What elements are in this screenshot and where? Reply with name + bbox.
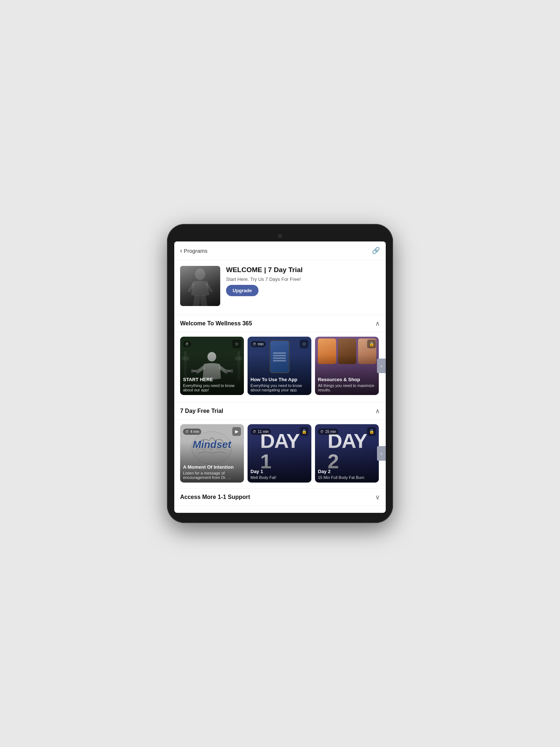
card-sublabel-resources: All things you need to maximize results. — [318, 383, 376, 392]
scroll-arrow-trial[interactable]: › — [377, 446, 386, 461]
card-top-bar-howto: ⏱ min ☆ — [250, 340, 308, 348]
card-how-to-use[interactable]: ⏱ min ☆ How To Use The App Everything yo… — [248, 337, 311, 395]
nav-bar: ‹ Programs 🔗 — [174, 241, 386, 260]
lock-icon-mindset: ▶ — [232, 427, 241, 436]
card-top-bar-start: ⏱ ☆ — [183, 340, 241, 348]
thumbnail-bg — [180, 266, 220, 306]
card-label-day2: Day 2 — [318, 469, 376, 475]
program-header: WELCOME | 7 Day Trial Start Here. Try Us… — [174, 260, 386, 312]
card-resources[interactable]: 🔒 Resources & Shop All things you need t… — [315, 337, 379, 395]
card-sublabel-start: Everything you need to know about our ap… — [183, 383, 241, 392]
chevron-icon-trial: ∧ — [375, 407, 380, 415]
screen-content: WELCOME | 7 Day Trial Start Here. Try Us… — [174, 260, 386, 513]
lock-icon-day2: 🔒 — [367, 427, 376, 436]
card-bottom-mindset: A Moment Of Intention Listen for a messa… — [180, 461, 244, 483]
clock-icon-mindset: ⏱ — [185, 430, 189, 434]
program-subtitle: Start Here. Try Us 7 Days For Free! — [226, 276, 380, 282]
section-title-trial: 7 Day Free Trial — [180, 408, 223, 414]
card-top-bar-day1: ⏱ 11 min 🔒 — [250, 427, 308, 436]
card-sublabel-howto: Everything you need to know about naviga… — [250, 383, 308, 392]
tablet-screen: ‹ Programs 🔗 — [174, 241, 386, 513]
card-bottom-day2: Day 2 15 Min Full Body Fat Burn — [315, 466, 379, 483]
card-sublabel-mindset: Listen for a message of encouragement fr… — [183, 471, 241, 480]
card-start-here[interactable]: ⏱ ☆ START HERE Everything you need to kn… — [180, 337, 244, 395]
section-header-support[interactable]: Access More 1-1 Support ∨ — [174, 488, 386, 506]
tablet-camera — [278, 234, 282, 238]
card-sublabel-day1: Melt Body Fat! — [250, 475, 308, 480]
phone-line-2 — [273, 355, 286, 356]
phone-line-1 — [273, 352, 286, 354]
time-badge-day2: ⏱ 15 min — [318, 429, 338, 435]
clock-icon: ⏱ — [185, 342, 189, 346]
time-text-mindset: 4 min — [190, 430, 199, 434]
card-bottom-howto: How To Use The App Everything you need t… — [248, 374, 311, 395]
lock-icon-day1: 🔒 — [300, 427, 308, 436]
scroll-arrow-welcome[interactable]: › — [377, 359, 386, 373]
card-top-bar-resources: 🔒 — [318, 340, 376, 348]
chevron-icon-support: ∨ — [375, 493, 380, 501]
time-text-day1: 11 min — [258, 430, 269, 434]
back-button[interactable]: ‹ Programs — [180, 247, 207, 255]
program-thumbnail — [180, 266, 220, 306]
chevron-icon-welcome: ∧ — [375, 320, 380, 328]
time-badge-day1: ⏱ 11 min — [250, 429, 271, 435]
link-icon[interactable]: 🔗 — [372, 247, 380, 255]
clock-icon-day2: ⏱ — [320, 430, 324, 434]
nav-back-label: Programs — [184, 248, 207, 254]
time-text-day2: 15 min — [325, 430, 336, 434]
time-text-howto: min — [258, 342, 264, 346]
card-top-bar-day2: ⏱ 15 min 🔒 — [318, 427, 376, 436]
cards-row-welcome: ⏱ ☆ START HERE Everything you need to kn… — [174, 332, 386, 399]
card-label-start: START HERE — [183, 377, 241, 383]
clock-icon-2: ⏱ — [253, 342, 256, 346]
upgrade-button[interactable]: Upgrade — [226, 285, 258, 296]
card-top-bar-mindset: ⏱ 4 min ▶ — [183, 427, 241, 436]
card-label-mindset: A Moment Of Intention — [183, 464, 241, 470]
section-header-trial[interactable]: 7 Day Free Trial ∧ — [174, 402, 386, 420]
program-title: WELCOME | 7 Day Trial — [226, 266, 380, 274]
svg-point-0 — [195, 268, 205, 280]
clock-icon-day1: ⏱ — [253, 430, 256, 434]
section-trial: 7 Day Free Trial ∧ — [174, 402, 386, 487]
program-info: WELCOME | 7 Day Trial Start Here. Try Us… — [226, 266, 380, 296]
phone-line-3 — [273, 357, 286, 359]
back-arrow-icon: ‹ — [180, 247, 182, 255]
card-label-howto: How To Use The App — [250, 377, 308, 383]
card-day2[interactable]: DAY 2 ⏱ 15 min 🔒 Day 2 15 Min — [315, 424, 379, 483]
section-welcome: Welcome To Wellness 365 ∧ — [174, 315, 386, 399]
star-icon[interactable]: ☆ — [232, 340, 241, 348]
card-label-resources: Resources & Shop — [318, 377, 376, 383]
section-support: Access More 1-1 Support ∨ — [174, 488, 386, 506]
phone-line-4 — [273, 360, 286, 361]
time-badge: ⏱ — [183, 341, 191, 347]
cards-row-trial: Mindset ⏱ 4 min ▶ A Moment Of Intention — [174, 420, 386, 487]
card-mindset[interactable]: Mindset ⏱ 4 min ▶ A Moment Of Intention — [180, 424, 244, 483]
card-label-day1: Day 1 — [250, 469, 308, 475]
card-sublabel-day2: 15 Min Full Body Fat Burn — [318, 475, 376, 480]
tablet-device: ‹ Programs 🔗 — [167, 224, 393, 523]
card-bottom-start: START HERE Everything you need to know a… — [180, 374, 244, 395]
section-title-support: Access More 1-1 Support — [180, 494, 250, 500]
person-silhouette — [186, 268, 215, 306]
section-header-welcome[interactable]: Welcome To Wellness 365 ∧ — [174, 315, 386, 332]
card-day1[interactable]: DAY 1 ⏱ 11 min 🔒 Day 1 Melt Bo — [248, 424, 311, 483]
star-icon-2[interactable]: ☆ — [300, 340, 308, 348]
section-title-welcome: Welcome To Wellness 365 — [180, 320, 252, 327]
time-badge-mindset: ⏱ 4 min — [183, 429, 201, 435]
card-bottom-resources: Resources & Shop All things you need to … — [315, 374, 379, 395]
lock-icon: 🔒 — [367, 340, 376, 348]
card-bottom-day1: Day 1 Melt Body Fat! — [248, 466, 311, 483]
time-badge-howto: ⏱ min — [250, 341, 266, 347]
